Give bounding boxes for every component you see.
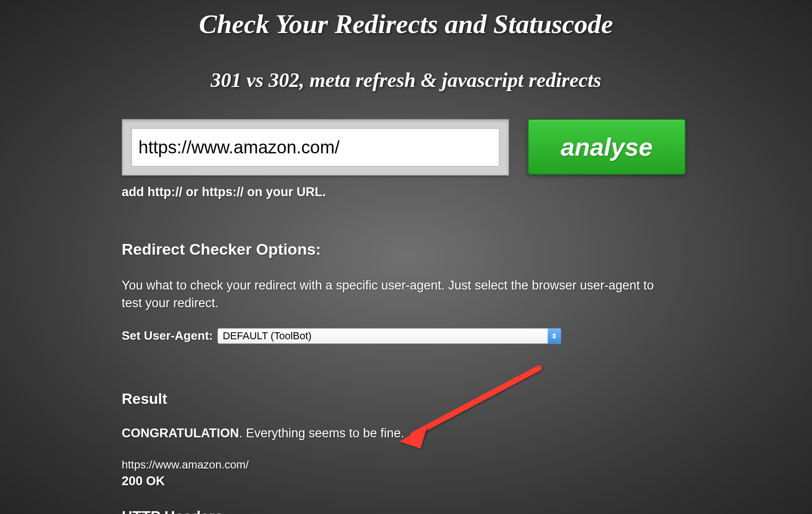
result-status: 200 OK [122, 474, 690, 488]
result-congrats-rest: . Everything seems to be fine. [239, 426, 404, 440]
user-agent-row: Set User-Agent: DEFAULT (ToolBot) [122, 328, 690, 344]
analyse-button[interactable]: analyse [528, 119, 686, 175]
input-row: analyse [122, 119, 690, 176]
result-congrats-strong: CONGRATULATION [122, 426, 239, 440]
user-agent-selected-value: DEFAULT (ToolBot) [223, 330, 311, 342]
options-heading: Redirect Checker Options: [122, 240, 690, 258]
url-input-wrap [122, 119, 509, 176]
page-title: Check Your Redirects and Statuscode [0, 8, 812, 40]
url-input[interactable] [131, 128, 499, 166]
user-agent-select[interactable]: DEFAULT (ToolBot) [217, 328, 561, 344]
user-agent-label: Set User-Agent: [122, 329, 213, 343]
result-message: CONGRATULATION. Everything seems to be f… [122, 426, 690, 441]
page-subtitle: 301 vs 302, meta refresh & javascript re… [0, 68, 812, 92]
options-description: You what to check your redirect with a s… [122, 277, 670, 312]
http-headers-heading: HTTP Headers [122, 508, 690, 514]
result-url: https://www.amazon.com/ [122, 458, 690, 471]
chevron-updown-icon [548, 329, 561, 343]
url-hint: add http:// or https:// on your URL. [122, 185, 690, 199]
result-heading: Result [122, 390, 690, 408]
